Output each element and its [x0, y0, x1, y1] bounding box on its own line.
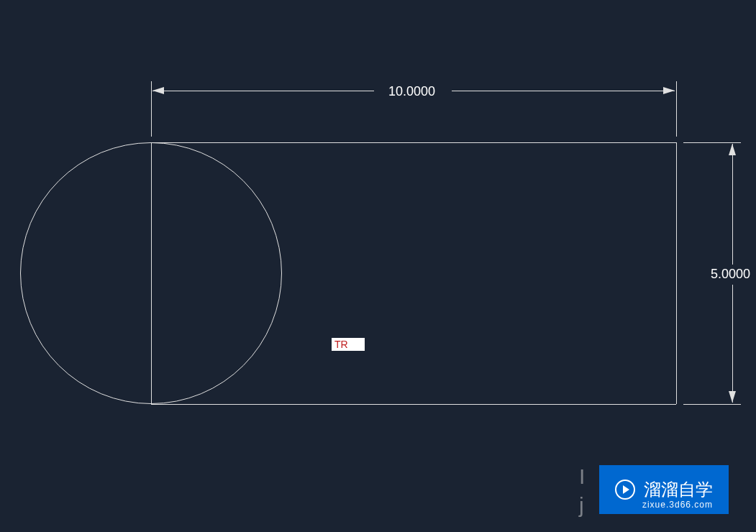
dim-h-ext-left: [151, 81, 152, 137]
dim-v-line-bottom: [732, 285, 733, 403]
dim-v-arrow-down: [729, 391, 736, 403]
dim-h-arrow-left: [152, 87, 164, 94]
rect-bottom-edge: [151, 404, 676, 405]
dim-h-line-left: [152, 91, 374, 91]
dim-v-line-top: [732, 144, 733, 265]
dim-h-arrow-right: [663, 87, 675, 94]
play-icon: [615, 480, 635, 500]
watermark-char-bottom: j: [579, 493, 584, 518]
dim-v-value: 5.0000: [711, 267, 750, 282]
dim-v-ext-bottom: [683, 404, 741, 405]
dim-h-line-right: [452, 91, 675, 91]
dim-v-arrow-up: [729, 144, 736, 155]
watermark-char-left: I: [579, 464, 585, 489]
command-input[interactable]: [332, 338, 365, 351]
rect-right-edge: [676, 142, 677, 404]
brand-text: 溜溜自学: [644, 478, 713, 501]
brand-url: zixue.3d66.com: [642, 500, 713, 510]
brand-badge: 溜溜自学 zixue.3d66.com: [599, 465, 729, 514]
dim-v-ext-top: [683, 142, 741, 143]
dim-h-ext-right: [676, 81, 677, 137]
dim-h-value: 10.0000: [388, 84, 435, 99]
rect-left-edge: [151, 142, 152, 404]
rect-top-edge: [151, 142, 676, 143]
cad-canvas[interactable]: 10.0000 5.0000 I j 溜溜自学 zixue.3d66.com: [0, 0, 756, 532]
